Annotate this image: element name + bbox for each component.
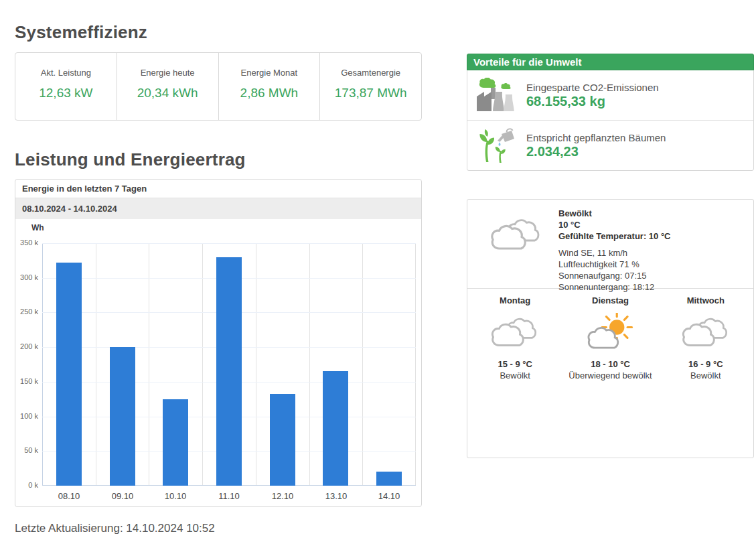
stat-value: 173,87 MWh — [320, 86, 421, 100]
vertical-gridline — [96, 243, 96, 486]
chart-date-range: 08.10.2024 - 14.10.2024 — [15, 198, 421, 219]
forecast-temps: 16 - 9 °C — [658, 359, 753, 369]
trees-equivalent-row: Entspricht gepflanzten Bäumen 2.034,23 — [467, 120, 753, 170]
co2-savings-text: Eingesparte CO2-Emissionen 68.155,33 kg — [526, 82, 659, 109]
energy-chart-panel: Energie in den letzten 7 Tagen 08.10.202… — [15, 179, 422, 507]
stat-value: 20,34 kWh — [117, 86, 218, 100]
y-tick-label: 350 k — [15, 238, 38, 247]
wind-detail: Wind SE, 11 km/h — [558, 247, 671, 259]
y-tick-label: 250 k — [15, 307, 38, 316]
bar-chart: Wh 0 k50 k100 k150 k200 k250 k300 k350 k… — [15, 219, 421, 504]
bar-12.10 — [270, 394, 295, 486]
sunset-detail: Sonnenuntergang: 18:12 — [558, 281, 671, 293]
bar-14.10 — [376, 472, 402, 486]
bar-08.10 — [56, 263, 82, 486]
vertical-gridline — [256, 243, 256, 486]
co2-savings-value: 68.155,33 kg — [526, 94, 659, 109]
current-weather-text: Bewölkt 10 °C Gefühlte Temperatur: 10 °C… — [558, 208, 671, 280]
stat-current-power: Akt. Leistung 12,63 kW — [15, 53, 117, 120]
stat-energy-today: Energie heute 20,34 kWh — [117, 53, 218, 120]
stat-label: Gesamtenergie — [320, 68, 421, 78]
forecast-day-label: Dienstag — [562, 295, 658, 305]
sunrise-detail: Sonnenaufgang: 07:15 — [558, 270, 671, 281]
bar-13.10 — [323, 371, 348, 486]
forecast-temps: 18 - 10 °C — [562, 359, 658, 369]
clouds-icon — [658, 308, 753, 355]
stat-label: Energie heute — [117, 68, 218, 78]
horizontal-gridline — [42, 243, 416, 244]
stat-label: Akt. Leistung — [15, 68, 117, 78]
y-tick-label: 200 k — [15, 342, 38, 350]
bar-09.10 — [110, 347, 135, 486]
system-stats-panel: Akt. Leistung 12,63 kW Energie heute 20,… — [15, 52, 422, 121]
vertical-gridline — [202, 243, 203, 486]
section-title-energy: Leistung und Energieertrag — [15, 150, 422, 169]
x-axis-label: 14.10 — [362, 491, 416, 501]
x-axis-label: 11.10 — [202, 491, 256, 501]
last-update-text: Letzte Aktualisierung: 14.10.2024 10:52 — [15, 522, 422, 535]
y-tick-label: 50 k — [15, 446, 38, 454]
vertical-gridline — [309, 243, 310, 486]
co2-savings-label: Eingesparte CO2-Emissionen — [526, 82, 659, 93]
x-axis-label: 13.10 — [309, 491, 363, 501]
forecast-day-label: Mittwoch — [658, 295, 753, 305]
y-tick-label: 100 k — [15, 412, 38, 420]
forecast-monday: Montag 15 - 9 °C Bewölkt — [467, 295, 562, 381]
current-condition: Bewölkt — [558, 208, 671, 219]
vertical-gridline — [149, 243, 149, 486]
y-tick-label: 300 k — [15, 273, 38, 281]
y-axis-line — [42, 243, 43, 486]
forecast-condition: Überwiegend bewölkt — [562, 370, 658, 381]
vertical-gridline — [362, 243, 363, 486]
y-axis-unit-label: Wh — [31, 223, 44, 232]
forecast-condition: Bewölkt — [658, 370, 753, 381]
factory-icon — [473, 78, 521, 113]
forecast-section: Montag 15 - 9 °C Bewölkt Dienstag — [467, 289, 753, 381]
stat-label: Energie Monat — [219, 68, 320, 78]
stat-value: 12,63 kW — [15, 86, 117, 100]
humidity-detail: Luftfeuchtigkeit 71 % — [558, 259, 671, 270]
x-axis-label: 09.10 — [96, 491, 149, 501]
y-tick-label: 150 k — [15, 377, 38, 385]
chart-plot-area — [42, 243, 416, 486]
x-axis-label: 12.10 — [256, 491, 309, 501]
plant-watering-icon — [473, 127, 521, 163]
forecast-wednesday: Mittwoch 16 - 9 °C Bewölkt — [658, 295, 753, 381]
forecast-day-label: Montag — [467, 295, 562, 305]
co2-savings-row: Eingesparte CO2-Emissionen 68.155,33 kg — [467, 70, 753, 120]
current-temperature: 10 °C — [558, 219, 671, 230]
forecast-temps: 15 - 9 °C — [467, 359, 562, 369]
x-axis-label: 10.10 — [149, 491, 202, 501]
chart-title: Energie in den letzten 7 Tagen — [15, 180, 421, 198]
trees-equivalent-text: Entspricht gepflanzten Bäumen 2.034,23 — [526, 132, 666, 159]
bar-10.10 — [163, 399, 188, 486]
forecast-condition: Bewölkt — [467, 370, 562, 381]
feels-like-temperature: Gefühlte Temperatur: 10 °C — [558, 230, 671, 242]
stat-value: 2,86 MWh — [219, 86, 320, 100]
vertical-gridline — [415, 243, 416, 486]
environment-panel-header: Vorteile für die Umwelt — [467, 54, 754, 70]
main-column: Systemeffizienz Akt. Leistung 12,63 kW E… — [15, 0, 422, 535]
environment-benefits-panel: Vorteile für die Umwelt Eingesparte CO2-… — [467, 54, 754, 171]
weather-panel: Bewölkt 10 °C Gefühlte Temperatur: 10 °C… — [467, 199, 754, 458]
current-weather-section: Bewölkt 10 °C Gefühlte Temperatur: 10 °C… — [467, 200, 753, 289]
stat-energy-total: Gesamtenergie 173,87 MWh — [319, 53, 421, 120]
trees-equivalent-value: 2.034,23 — [526, 144, 666, 159]
y-tick-label: 0 k — [15, 481, 38, 489]
forecast-tuesday: Dienstag — [562, 295, 658, 381]
page-title: Systemeffizienz — [15, 23, 422, 42]
trees-equivalent-label: Entspricht gepflanzten Bäumen — [526, 132, 666, 143]
bar-11.10 — [216, 257, 242, 486]
sun-cloud-icon — [562, 308, 658, 355]
clouds-icon — [467, 308, 562, 355]
stat-energy-month: Energie Monat 2,86 MWh — [218, 53, 320, 120]
x-axis-label: 08.10 — [42, 491, 96, 501]
clouds-icon — [474, 208, 558, 280]
